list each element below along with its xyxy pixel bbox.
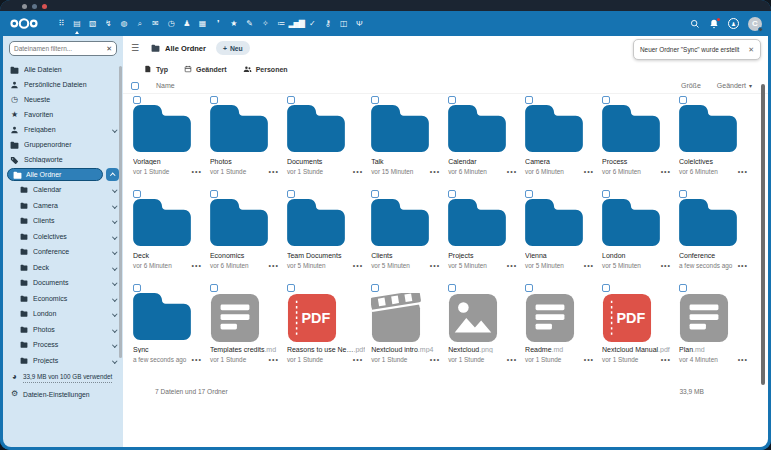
grid-tile-photos[interactable]: PDF Photos vor 1 Stunde ••• bbox=[208, 96, 285, 190]
file-icon[interactable]: PDF bbox=[525, 199, 596, 249]
navigation-toggle-icon[interactable]: ☰ bbox=[131, 44, 139, 53]
file-icon[interactable]: PDF bbox=[448, 105, 519, 155]
file-icon[interactable]: PDF bbox=[602, 199, 673, 249]
tree-item-london[interactable]: London bbox=[3, 306, 123, 322]
chevron-down-icon[interactable] bbox=[112, 249, 117, 254]
contacts-menu-icon[interactable]: ♟ bbox=[728, 18, 739, 29]
tile-actions-icon[interactable]: ••• bbox=[507, 168, 517, 175]
app-icon-recommendations[interactable]: ✧ bbox=[257, 11, 273, 36]
app-icon-approvals[interactable]: ✓ bbox=[304, 11, 320, 36]
file-icon[interactable]: PDF bbox=[371, 105, 442, 155]
tile-checkbox[interactable] bbox=[448, 284, 456, 292]
tile-actions-icon[interactable]: ••• bbox=[192, 356, 202, 363]
grid-tile-documents[interactable]: PDF Documents vor 1 Stunde ••• bbox=[285, 96, 369, 190]
tile-actions-icon[interactable]: ••• bbox=[269, 168, 279, 175]
chevron-down-icon[interactable] bbox=[112, 265, 117, 270]
app-icon-tasks[interactable]: ≔ bbox=[273, 11, 289, 36]
sidebar-scrollbar[interactable] bbox=[119, 66, 122, 358]
grid-tile-vienna[interactable]: PDF Vienna vor 5 Minuten ••• bbox=[523, 190, 600, 284]
sidebar-item-schlagworte[interactable]: Schlagworte bbox=[3, 152, 123, 167]
chevron-down-icon[interactable] bbox=[112, 280, 117, 285]
app-icon-calendar[interactable]: ▦ bbox=[194, 11, 210, 36]
tree-item-documents[interactable]: Documents bbox=[3, 275, 123, 291]
tile-actions-icon[interactable]: ••• bbox=[738, 262, 748, 269]
grid-tile-london[interactable]: PDF London vor 5 Minuten ••• bbox=[600, 190, 677, 284]
app-icon-mail[interactable]: ✉ bbox=[147, 11, 163, 36]
app-icon-files[interactable]: ▤ bbox=[69, 11, 85, 36]
chevron-down-icon[interactable] bbox=[112, 296, 117, 301]
tile-actions-icon[interactable]: ••• bbox=[353, 262, 363, 269]
sidebar-item-neueste[interactable]: ◷ Neueste bbox=[3, 92, 123, 107]
chevron-down-icon[interactable] bbox=[112, 327, 117, 332]
tree-item-colelctives[interactable]: Colelctives bbox=[3, 229, 123, 245]
tile-checkbox[interactable] bbox=[133, 190, 141, 198]
file-icon[interactable]: PDF bbox=[287, 293, 365, 343]
file-icon[interactable]: PDF bbox=[210, 105, 281, 155]
tile-checkbox[interactable] bbox=[287, 190, 295, 198]
grid-tile-readme[interactable]: PDF Readme.md vor 1 Stunde ••• bbox=[523, 284, 600, 378]
tile-checkbox[interactable] bbox=[448, 96, 456, 104]
file-icon[interactable]: PDF bbox=[133, 105, 204, 155]
file-icon[interactable]: PDF bbox=[133, 293, 204, 343]
tile-actions-icon[interactable]: ••• bbox=[661, 168, 671, 175]
tile-actions-icon[interactable]: ••• bbox=[507, 356, 517, 363]
app-icon-recent[interactable]: ◷ bbox=[163, 11, 179, 36]
app-icon-activity[interactable]: ↯ bbox=[100, 11, 116, 36]
app-icon-analytics[interactable]: ▂▅▇ bbox=[288, 11, 304, 36]
window-button-1[interactable] bbox=[22, 4, 27, 9]
tile-checkbox[interactable] bbox=[679, 96, 687, 104]
notifications-bell-icon[interactable] bbox=[709, 19, 719, 29]
file-icon[interactable]: PDF bbox=[602, 105, 673, 155]
tile-actions-icon[interactable]: ••• bbox=[661, 356, 671, 363]
tile-actions-icon[interactable]: ••• bbox=[430, 168, 440, 175]
grid-tile-vorlagen[interactable]: PDF Vorlagen vor 1 Stunde ••• bbox=[131, 96, 208, 190]
tile-actions-icon[interactable]: ••• bbox=[269, 356, 279, 363]
tile-checkbox[interactable] bbox=[448, 190, 456, 198]
file-icon[interactable]: PDF bbox=[679, 199, 750, 249]
tile-actions-icon[interactable]: ••• bbox=[738, 168, 748, 175]
grid-tile-nextcloud[interactable]: PDF Nextcloud.png vor 1 Stunde ••• bbox=[446, 284, 523, 378]
tile-checkbox[interactable] bbox=[371, 284, 379, 292]
tile-checkbox[interactable] bbox=[525, 96, 533, 104]
file-icon[interactable]: PDF bbox=[602, 293, 673, 343]
app-icon-search-app[interactable]: ⌕ bbox=[131, 11, 147, 36]
app-icon-dashboard[interactable]: ⠿ bbox=[53, 11, 69, 36]
app-icon-passwords[interactable]: ⚷ bbox=[320, 11, 336, 36]
file-icon[interactable]: PDF bbox=[287, 199, 365, 249]
window-button-2[interactable] bbox=[32, 4, 37, 9]
filter-chip-type[interactable]: Typ bbox=[144, 65, 168, 73]
sidebar-item-alle-ordner-selected[interactable]: Alle Ordner bbox=[7, 168, 103, 181]
file-icon[interactable]: PDF bbox=[371, 199, 442, 249]
grid-tile-nextcloud-manual[interactable]: PDF Nextcloud Manual.pdf vor 1 Stunde ••… bbox=[600, 284, 677, 378]
file-icon[interactable]: PDF bbox=[679, 105, 750, 155]
app-icon-collectives[interactable]: ❜ bbox=[210, 11, 226, 36]
file-icon[interactable]: PDF bbox=[525, 293, 596, 343]
chevron-down-icon[interactable] bbox=[112, 187, 117, 192]
tile-actions-icon[interactable]: ••• bbox=[192, 168, 202, 175]
toast-close-icon[interactable]: ✕ bbox=[748, 46, 754, 54]
sidebar-item-freigaben[interactable]: Freigaben bbox=[3, 122, 123, 137]
file-icon[interactable]: PDF bbox=[210, 199, 281, 249]
tile-checkbox[interactable] bbox=[287, 284, 295, 292]
nextcloud-logo-icon[interactable] bbox=[9, 17, 39, 30]
app-icon-cookbook[interactable]: Ψ bbox=[351, 11, 367, 36]
grid-tile-clients[interactable]: PDF Clients vor 5 Minuten ••• bbox=[369, 190, 446, 284]
sidebar-item-alle-dateien[interactable]: Alle Dateien bbox=[3, 62, 123, 77]
tile-checkbox[interactable] bbox=[371, 96, 379, 104]
grid-tile-calendar[interactable]: PDF Calendar vor 6 Minuten ••• bbox=[446, 96, 523, 190]
file-icon[interactable]: PDF bbox=[210, 293, 281, 343]
tile-checkbox[interactable] bbox=[525, 284, 533, 292]
grid-tile-conference[interactable]: PDF Conference a few seconds ago ••• bbox=[677, 190, 754, 284]
file-icon[interactable]: PDF bbox=[679, 293, 750, 343]
grid-tile-team-documents[interactable]: PDF Team Documents vor 5 Minuten ••• bbox=[285, 190, 369, 284]
tile-actions-icon[interactable]: ••• bbox=[584, 262, 594, 269]
tile-checkbox[interactable] bbox=[602, 96, 610, 104]
tile-checkbox[interactable] bbox=[210, 96, 218, 104]
tile-actions-icon[interactable]: ••• bbox=[661, 262, 671, 269]
tile-checkbox[interactable] bbox=[210, 190, 218, 198]
collapse-button[interactable] bbox=[106, 168, 119, 181]
grid-tile-deck[interactable]: PDF Deck vor 6 Minuten ••• bbox=[131, 190, 208, 284]
grid-tile-process[interactable]: PDF Process vor 6 Minuten ••• bbox=[600, 96, 677, 190]
tile-checkbox[interactable] bbox=[287, 96, 295, 104]
tile-checkbox[interactable] bbox=[210, 284, 218, 292]
